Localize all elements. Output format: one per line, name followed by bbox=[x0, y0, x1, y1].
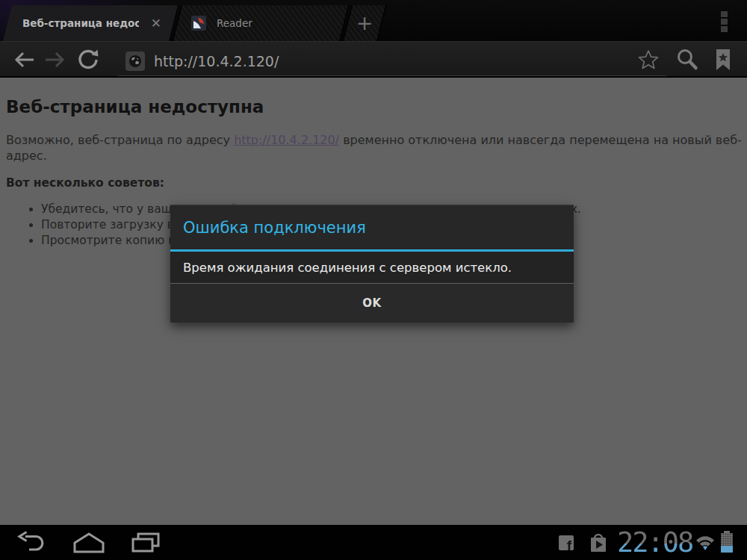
forward-button[interactable] bbox=[42, 42, 69, 78]
bookmarks-button[interactable] bbox=[708, 42, 738, 78]
search-icon bbox=[675, 47, 700, 72]
play-store-notification-icon[interactable] bbox=[589, 532, 608, 557]
site-favicon bbox=[125, 52, 145, 71]
wifi-status-icon bbox=[695, 535, 716, 554]
tab-reader[interactable]: Reader bbox=[172, 5, 350, 41]
battery-level bbox=[721, 546, 733, 553]
nav-recents-button[interactable] bbox=[130, 531, 161, 553]
battery-body bbox=[721, 533, 733, 553]
error-description: Возможно, веб-страница по адресу http://… bbox=[6, 132, 747, 164]
nav-home-icon bbox=[72, 531, 106, 553]
plus-icon: + bbox=[348, 7, 381, 40]
globe-icon bbox=[128, 55, 142, 68]
wifi-icon bbox=[695, 535, 716, 551]
menu-dot bbox=[721, 19, 728, 25]
play-store-bag-icon bbox=[589, 532, 608, 554]
battery-status-icon bbox=[720, 531, 734, 553]
android-browser-screen: Веб-страница недоступ… ✕ Reader + bbox=[0, 0, 747, 560]
nav-back-button[interactable] bbox=[15, 531, 48, 553]
status-clock[interactable]: 22:08 bbox=[617, 526, 692, 559]
nav-recents-icon bbox=[130, 531, 161, 553]
tab-title: Веб-страница недоступ… bbox=[7, 17, 139, 29]
system-navigation-bar: f 22:08 bbox=[0, 525, 747, 560]
reload-icon bbox=[76, 48, 100, 72]
url-text[interactable]: http://10.4.2.120/ bbox=[154, 53, 636, 69]
intro-text: Возможно, веб-страница по адресу bbox=[6, 133, 234, 147]
page-url-link[interactable]: http://10.4.2.120/ bbox=[234, 133, 339, 147]
dialog-title: Ошибка подключения bbox=[170, 205, 574, 249]
new-tab-button[interactable]: + bbox=[342, 5, 387, 41]
star-outline-icon bbox=[636, 48, 660, 72]
tips-heading: Вот несколько советов: bbox=[6, 176, 747, 190]
back-button[interactable] bbox=[10, 42, 37, 78]
overflow-menu-button[interactable] bbox=[721, 11, 728, 34]
bookmark-ribbon-icon bbox=[713, 48, 733, 72]
nav-home-button[interactable] bbox=[72, 531, 106, 553]
facebook-notification-icon[interactable]: f bbox=[559, 535, 574, 550]
close-tab-icon[interactable]: ✕ bbox=[139, 16, 173, 31]
reader-favicon-icon bbox=[191, 16, 206, 31]
dialog-message: Время ожидания соединения с сервером ист… bbox=[170, 252, 574, 284]
bookmark-star-button[interactable] bbox=[636, 48, 660, 75]
facebook-glyph: f bbox=[567, 538, 571, 550]
page-title: Веб-страница недоступна bbox=[6, 97, 747, 117]
menu-dot bbox=[721, 11, 728, 17]
tab-title: Reader bbox=[217, 17, 252, 29]
back-arrow-icon bbox=[13, 51, 35, 69]
search-button[interactable] bbox=[672, 42, 702, 78]
address-bar: http://10.4.2.120/ bbox=[0, 41, 747, 77]
connection-error-dialog: Ошибка подключения Время ожидания соедин… bbox=[170, 205, 574, 323]
reload-button[interactable] bbox=[75, 42, 102, 78]
tab-bar: Веб-страница недоступ… ✕ Reader + bbox=[0, 0, 747, 41]
nav-back-icon bbox=[15, 531, 48, 553]
ok-button[interactable]: OK bbox=[170, 284, 574, 323]
url-field[interactable]: http://10.4.2.120/ bbox=[118, 46, 666, 76]
forward-arrow-icon bbox=[44, 51, 66, 69]
dialog-button-row: OK bbox=[170, 284, 574, 323]
menu-dot bbox=[721, 26, 728, 32]
tab-error-page[interactable]: Веб-страница недоступ… ✕ bbox=[3, 5, 179, 41]
